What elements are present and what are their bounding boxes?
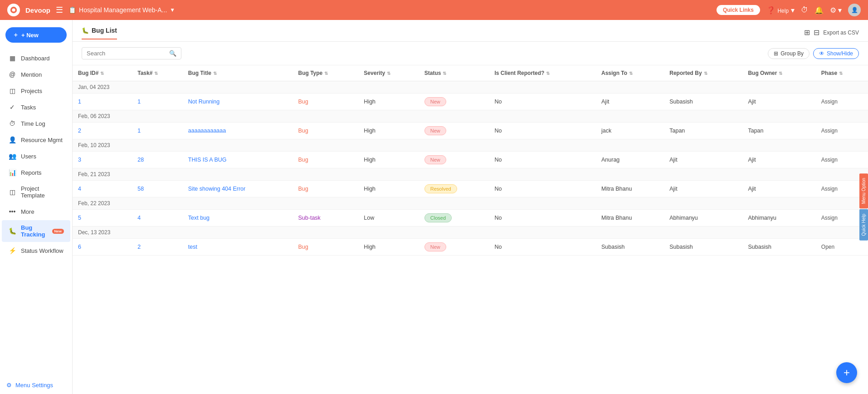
col-status[interactable]: Status⇅ bbox=[419, 65, 489, 81]
column-icon[interactable]: ⊟ bbox=[814, 28, 819, 37]
sidebar-item-users[interactable]: 👥 Users bbox=[2, 148, 70, 164]
project-selector[interactable]: 📋 Hospital Management Web-A... ▼ bbox=[68, 6, 175, 14]
project-template-icon: ◫ bbox=[8, 188, 16, 196]
bug-id-cell[interactable]: 6 bbox=[73, 239, 132, 256]
settings-gear-icon: ⚙ bbox=[6, 382, 12, 389]
toolbar: 🔍 ⊞ Group By 👁 Show/Hide bbox=[73, 42, 868, 65]
status-cell: New bbox=[419, 239, 489, 256]
quick-help-tab[interactable]: Quick Help bbox=[859, 209, 868, 241]
bug-title-cell[interactable]: test bbox=[183, 239, 293, 256]
bug-title-cell[interactable]: Site showing 404 Error bbox=[183, 181, 293, 197]
sidebar-item-projects[interactable]: ◫ Projects bbox=[2, 83, 70, 98]
show-hide-label: Show/Hide bbox=[827, 50, 853, 57]
quick-links-button[interactable]: Quick Links bbox=[717, 5, 760, 15]
bug-title-cell[interactable]: Text bug bbox=[183, 210, 293, 227]
filter-icon[interactable]: ⊞ bbox=[804, 28, 810, 37]
col-phase[interactable]: Phase⇅ bbox=[816, 65, 868, 81]
table-header: Bug ID#⇅ Task#⇅ Bug Title⇅ Bug Type⇅ Sev… bbox=[73, 65, 868, 81]
bug-id-cell[interactable]: 3 bbox=[73, 152, 132, 168]
status-badge: New bbox=[424, 97, 446, 106]
sidebar-item-dashboard[interactable]: ▦ Dashboard bbox=[2, 50, 70, 66]
bug-id-cell[interactable]: 1 bbox=[73, 94, 132, 110]
app-logo bbox=[7, 4, 20, 16]
table-row: 3 28 THIS IS A BUG Bug High New No Anura… bbox=[73, 152, 868, 168]
sidebar-item-bug-tracking-label: Bug Tracking bbox=[21, 224, 47, 238]
project-chevron-icon: ▼ bbox=[170, 7, 175, 13]
plus-icon: ＋ bbox=[13, 31, 19, 39]
timelog-icon: ⏱ bbox=[8, 120, 16, 127]
col-task[interactable]: Task#⇅ bbox=[132, 65, 183, 81]
sidebar-item-bug-tracking[interactable]: 🐛 Bug Tracking New bbox=[2, 220, 70, 242]
menu-settings[interactable]: ⚙ Menu Settings bbox=[0, 376, 72, 394]
bug-id-cell[interactable]: 5 bbox=[73, 210, 132, 227]
sidebar-item-mention[interactable]: @ Mention bbox=[2, 67, 70, 82]
sidebar-item-resource-mgmt[interactable]: 👤 Resource Mgmt bbox=[2, 132, 70, 148]
bug-type-cell: Bug bbox=[293, 94, 359, 110]
status-cell: Closed bbox=[419, 210, 489, 227]
mention-icon: @ bbox=[8, 71, 16, 78]
bug-list-tab[interactable]: 🐛 Bug List bbox=[82, 27, 117, 39]
timer-icon[interactable]: ⏱ bbox=[801, 6, 808, 14]
severity-cell: Low bbox=[358, 210, 419, 227]
reported-by-cell: Ajit bbox=[664, 152, 742, 168]
table-row: 6 2 test Bug High New No Subasish Subasi… bbox=[73, 239, 868, 256]
col-reported-by[interactable]: Reported By⇅ bbox=[664, 65, 742, 81]
bug-type-cell: Sub-task bbox=[293, 210, 359, 227]
search-input[interactable] bbox=[87, 50, 166, 57]
sidebar-item-more[interactable]: ••• More bbox=[2, 204, 70, 219]
sidebar-item-project-template[interactable]: ◫ Project Template bbox=[2, 181, 70, 203]
search-icon: 🔍 bbox=[169, 50, 176, 57]
col-client-reported[interactable]: Is Client Reported?⇅ bbox=[489, 65, 596, 81]
col-assign-to[interactable]: Assign To⇅ bbox=[596, 65, 664, 81]
sidebar-item-users-label: Users bbox=[21, 153, 36, 160]
task-cell[interactable]: 58 bbox=[132, 181, 183, 197]
avatar[interactable]: 👤 bbox=[848, 4, 861, 16]
bug-id-cell[interactable]: 4 bbox=[73, 181, 132, 197]
bug-title-cell[interactable]: Not Running bbox=[183, 94, 293, 110]
task-cell[interactable]: 1 bbox=[132, 123, 183, 139]
bug-owner-cell: Tapan bbox=[742, 123, 815, 139]
task-cell[interactable]: 4 bbox=[132, 210, 183, 227]
table-row: 5 4 Text bug Sub-task Low Closed No Mitr… bbox=[73, 210, 868, 227]
col-bug-type[interactable]: Bug Type⇅ bbox=[293, 65, 359, 81]
task-cell[interactable]: 28 bbox=[132, 152, 183, 168]
sidebar-item-status-workflow[interactable]: ⚡ Status Workflow bbox=[2, 243, 70, 258]
reported-by-cell: Ajit bbox=[664, 181, 742, 197]
col-bug-id[interactable]: Bug ID#⇅ bbox=[73, 65, 132, 81]
task-cell[interactable]: 1 bbox=[132, 94, 183, 110]
sidebar-item-dashboard-label: Dashboard bbox=[21, 55, 50, 62]
bug-title-cell[interactable]: THIS IS A BUG bbox=[183, 152, 293, 168]
sidebar-item-reports[interactable]: 📊 Reports bbox=[2, 165, 70, 180]
col-bug-owner[interactable]: Bug Owner⇅ bbox=[742, 65, 815, 81]
client-reported-cell: No bbox=[489, 181, 596, 197]
group-by-button[interactable]: ⊞ Group By bbox=[768, 48, 809, 59]
client-reported-cell: No bbox=[489, 239, 596, 256]
help-icon[interactable]: ❓ Help ▾ bbox=[766, 6, 795, 15]
brand-name: Devoop bbox=[25, 6, 50, 14]
add-bug-fab[interactable]: + bbox=[836, 362, 857, 383]
sidebar-item-timelog[interactable]: ⏱ Time Log bbox=[2, 116, 70, 131]
top-nav: Devoop ☰ 📋 Hospital Management Web-A... … bbox=[0, 0, 868, 20]
bug-title-cell[interactable]: aaaaaaaaaaaa bbox=[183, 123, 293, 139]
bell-icon[interactable]: 🔔 bbox=[814, 6, 824, 15]
search-box[interactable]: 🔍 bbox=[82, 47, 181, 59]
settings-icon[interactable]: ⚙ ▾ bbox=[830, 6, 842, 15]
bug-owner-cell: Subasish bbox=[742, 239, 815, 256]
new-button-label: + New bbox=[21, 32, 39, 39]
col-severity[interactable]: Severity⇅ bbox=[358, 65, 419, 81]
task-cell[interactable]: 2 bbox=[132, 239, 183, 256]
sort-icon: ⇅ bbox=[154, 71, 158, 76]
show-hide-button[interactable]: 👁 Show/Hide bbox=[813, 48, 859, 59]
bug-owner-cell: Ajit bbox=[742, 94, 815, 110]
col-bug-title[interactable]: Bug Title⇅ bbox=[183, 65, 293, 81]
sidebar-item-timelog-label: Time Log bbox=[21, 120, 45, 127]
hamburger-icon[interactable]: ☰ bbox=[56, 5, 63, 15]
help-label: Help bbox=[777, 8, 789, 14]
bug-owner-cell: Ajit bbox=[742, 181, 815, 197]
bug-id-cell[interactable]: 2 bbox=[73, 123, 132, 139]
resource-mgmt-icon: 👤 bbox=[8, 136, 16, 143]
sidebar-item-tasks[interactable]: ✓ Tasks bbox=[2, 99, 70, 115]
new-button[interactable]: ＋ + New bbox=[5, 27, 67, 43]
menu-option-tab[interactable]: Menu Option bbox=[859, 173, 868, 208]
export-csv-button[interactable]: Export as CSV bbox=[823, 30, 859, 36]
